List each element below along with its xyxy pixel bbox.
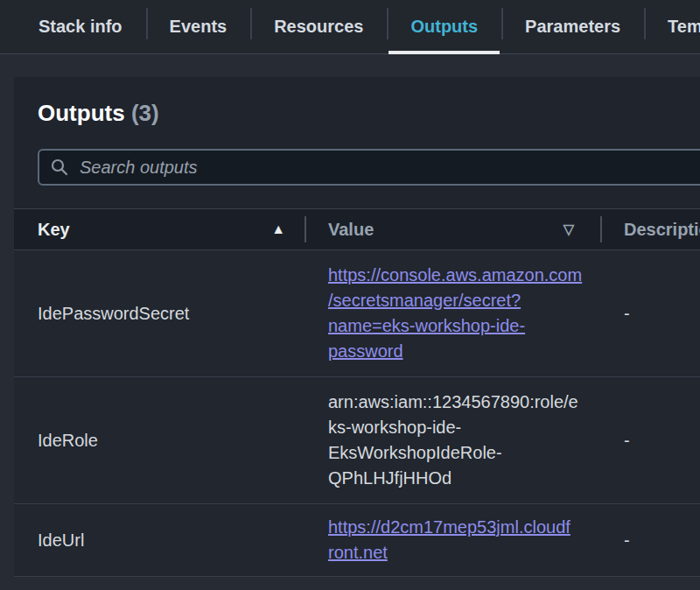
tab-resources[interactable]: Resources	[250, 0, 387, 53]
column-label-value: Value	[328, 220, 374, 240]
tab-label: Parameters	[525, 17, 620, 37]
table-row: IdePasswordSecrethttps://console.aws.ama…	[14, 250, 700, 377]
sort-ascending-icon: ▲	[271, 222, 285, 236]
search-icon	[50, 158, 69, 177]
tab-label: Outputs	[410, 17, 478, 37]
table-row: IdeRolearn:aws:iam::1234567890:role/eks-…	[14, 377, 700, 504]
search-input[interactable]	[78, 157, 696, 179]
tab-events[interactable]: Events	[146, 0, 251, 53]
output-value-link[interactable]: https://d2cm17mep53jml.cloudfront.net	[328, 517, 570, 562]
output-value-link[interactable]: https://console.aws.amazon.com/secretsma…	[328, 265, 582, 361]
table-row: IdeUrlhttps://d2cm17mep53jml.cloudfront.…	[14, 504, 700, 577]
column-header-value[interactable]: Value ▽	[304, 209, 600, 249]
output-value-text: arn:aws:iam::1234567890:role/eks-worksho…	[328, 392, 578, 488]
column-header-key[interactable]: Key ▲	[14, 209, 304, 249]
column-label-description: Description	[624, 220, 700, 240]
tab-label: Events	[170, 17, 228, 37]
column-label-key: Key	[38, 220, 70, 240]
output-key: IdeUrl	[14, 530, 304, 551]
tab-parameters[interactable]: Parameters	[501, 0, 644, 53]
output-value-cell: arn:aws:iam::1234567890:role/eks-worksho…	[304, 377, 600, 503]
outputs-count-badge: (3)	[131, 100, 159, 126]
search-box	[38, 149, 700, 186]
output-key: IdePasswordSecret	[14, 304, 304, 324]
output-value-cell: https://console.aws.amazon.com/secretsma…	[304, 250, 600, 376]
table-body: IdePasswordSecrethttps://console.aws.ama…	[14, 250, 700, 577]
column-header-description[interactable]: Description	[600, 209, 700, 249]
tab-label: Stack info	[38, 17, 122, 37]
tab-label: Template	[668, 17, 700, 37]
outputs-table: Key ▲ Value ▽ Description IdePasswordSec…	[14, 208, 700, 577]
table-header-row: Key ▲ Value ▽ Description	[14, 208, 700, 250]
tab-template[interactable]: Template	[644, 0, 700, 53]
stack-detail-tab-bar: Stack infoEventsResourcesOutputsParamete…	[0, 0, 700, 54]
output-description: -	[600, 431, 700, 451]
output-key: IdeRole	[14, 431, 304, 451]
tab-stack-info[interactable]: Stack info	[15, 0, 146, 53]
output-value-cell: https://d2cm17mep53jml.cloudfront.net	[304, 504, 600, 576]
outputs-panel: Outputs (3) Key ▲ Value ▽ Description Id…	[14, 77, 700, 577]
tab-outputs[interactable]: Outputs	[387, 0, 501, 53]
panel-title-text: Outputs	[38, 100, 125, 126]
output-description: -	[600, 304, 700, 324]
panel-title: Outputs (3)	[38, 98, 685, 128]
sort-descending-icon: ▽	[564, 222, 574, 236]
tab-label: Resources	[274, 17, 363, 37]
output-description: -	[600, 530, 700, 551]
